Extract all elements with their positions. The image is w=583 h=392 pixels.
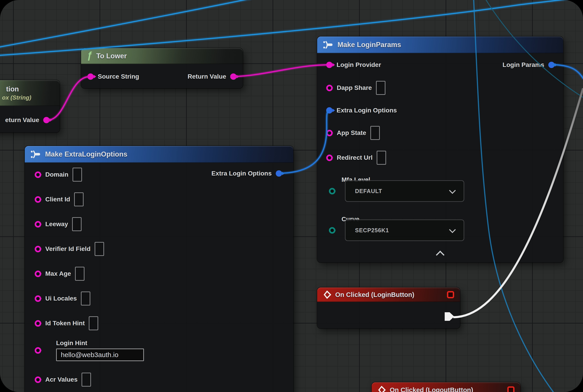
node-subtitle-fragment: ox (String)	[2, 94, 31, 101]
mfa-level-value: DEFAULT	[355, 188, 382, 194]
exec-out-pin[interactable]	[445, 312, 454, 321]
login-hint-input[interactable]: hello@web3auth.io	[56, 348, 144, 361]
node-title: Make LoginParams	[338, 41, 401, 49]
blueprint-graph-canvas[interactable]: tion ox (String) eturn Value ƒ To Lower …	[0, 0, 583, 392]
event-binding-icon[interactable]	[507, 386, 514, 392]
pin-label: Return Value	[188, 73, 226, 80]
pin-label: Ui Locales	[45, 295, 77, 302]
make-struct-icon	[323, 40, 334, 49]
login-params-pin[interactable]	[548, 62, 554, 68]
blueprint-editor: tion ox (String) eturn Value ƒ To Lower …	[0, 0, 583, 392]
node-on-clicked-logout-button[interactable]: On Clicked (LogoutButton)	[372, 382, 520, 392]
event-icon	[378, 386, 386, 392]
pin-label: Login Params	[502, 61, 544, 68]
node-to-lower[interactable]: ƒ To Lower Source String Return Value	[81, 48, 243, 88]
pin-label: Source String	[98, 73, 139, 80]
redirect-url-pin[interactable]	[326, 154, 333, 161]
max-age-pin[interactable]	[35, 270, 41, 277]
id-token-hint-pin[interactable]	[35, 320, 41, 327]
login-hint-pin[interactable]	[35, 347, 41, 354]
function-icon: ƒ	[87, 51, 92, 60]
wire-magenta-to-login-provider	[230, 65, 326, 76]
chevron-up-icon	[436, 250, 444, 259]
wire-blue-top-1	[0, 0, 264, 48]
login-hint-label: Login Hint	[56, 340, 144, 347]
event-icon	[323, 290, 331, 299]
login-hint-value: hello@web3auth.io	[61, 351, 118, 359]
node-on-clicked-login-button[interactable]: On Clicked (LoginButton)	[317, 288, 460, 328]
node-make-extra-login-options[interactable]: Make ExtraLoginOptions Extra Login Optio…	[25, 146, 293, 392]
pin-label: Extra Login Options	[336, 107, 397, 114]
pin-label: Verifier Id Field	[45, 245, 90, 252]
pin-label: Acr Values	[45, 376, 78, 383]
chevron-down-icon	[449, 187, 456, 194]
node-title: On Clicked (LoginButton)	[335, 291, 414, 298]
return-value-pin[interactable]	[230, 74, 236, 80]
pin-label: Domain	[45, 171, 68, 178]
ui-locales-pin[interactable]	[35, 295, 41, 302]
curve-pin[interactable]	[329, 227, 336, 234]
pin-label: Redirect Url	[337, 154, 372, 161]
app-state-pin[interactable]	[326, 130, 333, 136]
node-header[interactable]: ƒ To Lower	[81, 48, 243, 64]
pin-label: Client Id	[45, 196, 70, 203]
pin-label: Leeway	[45, 220, 68, 228]
id-token-hint-input[interactable]	[89, 316, 98, 330]
node-make-login-params[interactable]: Make LoginParams Login Provider Login Pa…	[317, 36, 563, 262]
acr-values-pin[interactable]	[35, 376, 41, 383]
pin-label: Max Age	[45, 270, 71, 277]
event-binding-icon[interactable]	[447, 291, 454, 298]
leeway-input[interactable]	[72, 217, 82, 231]
ui-locales-input[interactable]	[81, 292, 90, 306]
mfa-level-pin[interactable]	[329, 188, 336, 194]
dapp-share-input[interactable]	[376, 81, 386, 95]
node-title: To Lower	[96, 52, 126, 60]
node-header[interactable]: Make ExtraLoginOptions	[25, 146, 293, 163]
node-title: On Clicked (LogoutButton)	[390, 386, 473, 392]
acr-values-input[interactable]	[82, 373, 91, 386]
domain-input[interactable]	[72, 168, 82, 182]
mfa-level-dropdown[interactable]: DEFAULT	[345, 180, 464, 202]
source-string-pin[interactable]	[88, 74, 94, 80]
wire-magenta-to-login-provider	[230, 65, 326, 76]
login-provider-pin[interactable]	[326, 62, 332, 68]
pin-label: Dapp Share	[337, 84, 372, 92]
node-get-option-partial[interactable]: tion ox (String) eturn Value	[0, 80, 60, 132]
leeway-pin[interactable]	[35, 221, 41, 228]
pin-label: eturn Value	[5, 116, 39, 124]
pin-label: Extra Login Options	[211, 170, 272, 177]
client-id-pin[interactable]	[35, 196, 41, 203]
collapse-node-button[interactable]	[437, 252, 443, 258]
node-header[interactable]: On Clicked (LogoutButton)	[372, 382, 520, 392]
node-header[interactable]: On Clicked (LoginButton)	[317, 288, 460, 302]
client-id-input[interactable]	[74, 192, 84, 206]
node-header[interactable]: tion ox (String)	[0, 80, 60, 106]
node-header[interactable]: Make LoginParams	[317, 36, 563, 53]
wire-blue-top-1	[0, 0, 264, 48]
pin-label: App State	[337, 129, 366, 136]
redirect-url-input[interactable]	[377, 151, 386, 165]
node-title-fragment: tion	[6, 85, 19, 93]
pin-label: Login Provider	[336, 61, 381, 68]
chevron-down-icon	[449, 226, 456, 233]
curve-dropdown[interactable]: SECP256K1	[345, 220, 464, 241]
node-title: Make ExtraLoginOptions	[45, 150, 127, 158]
curve-value: SECP256K1	[355, 227, 389, 234]
verifier-id-field-input[interactable]	[94, 242, 104, 256]
max-age-input[interactable]	[75, 267, 84, 281]
verifier-id-field-pin[interactable]	[35, 246, 41, 252]
extra-login-options-pin[interactable]	[326, 107, 332, 114]
make-struct-icon	[31, 150, 41, 159]
extra-login-options-out-pin[interactable]	[276, 170, 282, 177]
domain-pin[interactable]	[35, 172, 41, 178]
dapp-share-pin[interactable]	[326, 85, 333, 91]
app-state-input[interactable]	[370, 126, 380, 140]
return-value-pin[interactable]	[43, 117, 50, 123]
pin-label: Id Token Hint	[45, 320, 85, 327]
